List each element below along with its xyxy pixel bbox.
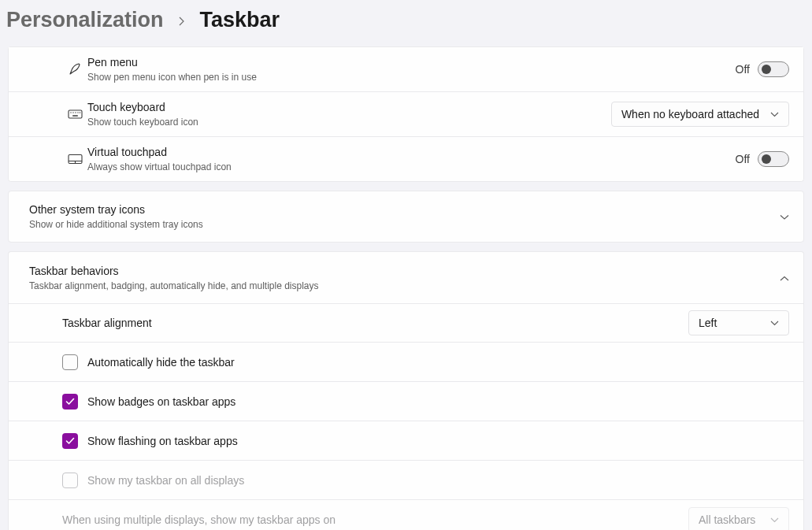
breadcrumb: Personalization Taskbar xyxy=(0,0,812,46)
dropdown-touch-keyboard[interactable]: When no keyboard attached xyxy=(611,102,789,127)
svg-point-3 xyxy=(75,112,76,113)
chevron-down-icon xyxy=(770,517,779,523)
expander-title: Other system tray icons xyxy=(29,202,780,217)
svg-rect-6 xyxy=(72,115,78,116)
setting-title: Touch keyboard xyxy=(87,100,611,115)
setting-badges[interactable]: Show badges on taskbar apps xyxy=(8,382,804,421)
chevron-down-icon xyxy=(780,209,789,224)
setting-flashing[interactable]: Show flashing on taskbar apps xyxy=(8,421,804,461)
expander-taskbar-behaviors[interactable]: Taskbar behaviors Taskbar alignment, bad… xyxy=(8,251,804,303)
dropdown-value: All taskbars xyxy=(699,513,755,526)
system-tray-group: Pen menu Show pen menu icon when pen is … xyxy=(8,46,804,182)
dropdown-multi-displays: All taskbars xyxy=(688,507,789,530)
toggle-virtual-touchpad[interactable] xyxy=(758,151,789,167)
expander-desc: Show or hide additional system tray icon… xyxy=(29,218,780,231)
expander-other-tray-icons[interactable]: Other system tray icons Show or hide add… xyxy=(8,191,804,243)
chevron-up-icon xyxy=(780,271,789,285)
setting-label: Taskbar alignment xyxy=(62,317,688,329)
setting-multi-displays: When using multiple displays, show my ta… xyxy=(8,500,804,530)
setting-all-displays: Show my taskbar on all displays xyxy=(8,461,804,500)
setting-virtual-touchpad[interactable]: Virtual touchpad Always show virtual tou… xyxy=(8,137,804,182)
setting-desc: Always show virtual touchpad icon xyxy=(87,161,736,173)
breadcrumb-current: Taskbar xyxy=(200,8,280,32)
setting-taskbar-alignment: Taskbar alignment Left xyxy=(8,303,804,343)
svg-point-1 xyxy=(70,112,71,113)
checkbox-auto-hide[interactable] xyxy=(62,354,78,370)
taskbar-behaviors-group: Taskbar alignment Left Automatically hid… xyxy=(8,303,804,530)
chevron-right-icon xyxy=(178,16,186,29)
dropdown-value: Left xyxy=(699,317,717,329)
svg-point-2 xyxy=(72,112,73,113)
chevron-down-icon xyxy=(770,112,779,117)
setting-auto-hide[interactable]: Automatically hide the taskbar xyxy=(8,343,804,382)
keyboard-icon xyxy=(62,109,87,120)
setting-desc: Show touch keyboard icon xyxy=(87,116,611,128)
checkbox-flashing[interactable] xyxy=(62,433,78,449)
setting-touch-keyboard[interactable]: Touch keyboard Show touch keyboard icon … xyxy=(8,92,804,136)
chevron-down-icon xyxy=(770,321,779,326)
checkbox-label: Show flashing on taskbar apps xyxy=(87,435,238,447)
dropdown-taskbar-alignment[interactable]: Left xyxy=(688,310,789,335)
checkbox-badges[interactable] xyxy=(62,394,78,410)
touchpad-icon xyxy=(62,154,87,165)
pen-icon xyxy=(62,62,87,76)
checkbox-label: Automatically hide the taskbar xyxy=(87,356,235,369)
setting-desc: Show pen menu icon when pen is in use xyxy=(87,71,736,83)
dropdown-value: When no keyboard attached xyxy=(621,108,759,120)
expander-title: Taskbar behaviors xyxy=(29,264,780,279)
setting-title: Pen menu xyxy=(87,55,736,70)
checkbox-all-displays xyxy=(62,473,78,488)
setting-label: When using multiple displays, show my ta… xyxy=(62,513,688,526)
expander-desc: Taskbar alignment, badging, automaticall… xyxy=(29,280,780,292)
checkbox-label: Show my taskbar on all displays xyxy=(87,474,244,487)
checkbox-label: Show badges on taskbar apps xyxy=(87,395,235,408)
svg-point-4 xyxy=(77,112,78,113)
toggle-pen-menu[interactable] xyxy=(758,61,789,77)
toggle-state-label: Off xyxy=(736,63,750,76)
svg-point-5 xyxy=(79,112,80,113)
setting-pen-menu[interactable]: Pen menu Show pen menu icon when pen is … xyxy=(8,46,804,91)
toggle-state-label: Off xyxy=(736,153,750,165)
breadcrumb-parent[interactable]: Personalization xyxy=(6,8,164,32)
svg-rect-0 xyxy=(69,110,82,118)
setting-title: Virtual touchpad xyxy=(87,145,736,160)
